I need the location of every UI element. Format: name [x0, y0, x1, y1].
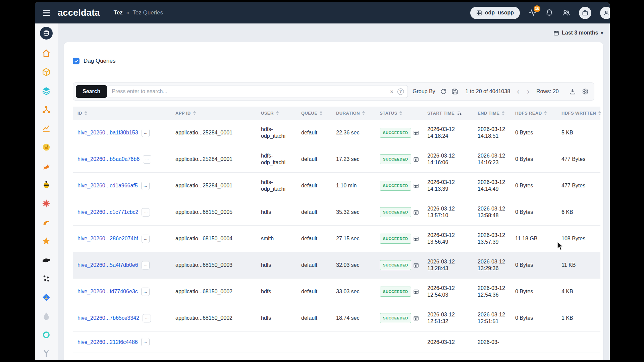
column-header-queue[interactable]: QUEUE	[297, 107, 331, 120]
table-row[interactable]: hive_20260...212f6c4486 ... 2026-03-12 2…	[73, 331, 600, 353]
column-header-hdfs-written[interactable]: HDFS WRITTEN	[557, 107, 600, 120]
column-header-app-id[interactable]: APP ID	[171, 107, 256, 120]
column-header-user[interactable]: USER	[256, 107, 297, 120]
row-more-button[interactable]: ...	[142, 129, 150, 137]
workspace-button[interactable]	[579, 7, 591, 19]
sidebar-item-analytics[interactable]	[41, 123, 51, 133]
table-row[interactable]: hive_20260...c1c771cbc2 ... applicatio..…	[73, 199, 600, 226]
table-row[interactable]: hive_20260...fd77406e3c ... applicatio..…	[73, 279, 600, 305]
search-help-icon[interactable]: ?	[397, 88, 404, 95]
queue-cell: default	[297, 305, 331, 331]
sort-icon[interactable]	[399, 111, 402, 115]
search-input[interactable]	[107, 85, 408, 98]
query-id-link[interactable]: hive_20260...286e2074bf	[77, 235, 138, 242]
sidebar-item-droplet[interactable]	[41, 311, 51, 321]
table-row[interactable]: hive_20260...cd1a966af5 ... applicatio..…	[73, 173, 600, 199]
group-by-label[interactable]: Group By	[413, 88, 435, 95]
table-row[interactable]: hive_20260...7b65ce3342 ... applicatio..…	[73, 305, 600, 331]
time-range-selector[interactable]: Last 3 months	[562, 30, 598, 36]
column-header-id[interactable]: ID	[73, 107, 171, 120]
queue-cell: default	[297, 199, 331, 226]
sidebar-item-orca[interactable]	[41, 255, 51, 265]
row-more-button[interactable]: ...	[141, 182, 150, 190]
clear-search-icon[interactable]: ×	[390, 89, 393, 95]
hamburger-menu-icon[interactable]	[43, 10, 50, 16]
sort-icon[interactable]	[193, 111, 196, 115]
sidebar-item-oozie[interactable]	[41, 274, 51, 284]
sort-icon[interactable]	[276, 111, 279, 115]
rows-per-page[interactable]: Rows: 20	[536, 88, 559, 95]
sort-icon[interactable]	[544, 111, 547, 115]
row-more-button[interactable]: ...	[143, 314, 151, 322]
sidebar-item-packages[interactable]	[41, 67, 51, 77]
sort-desc-active-icon[interactable]	[457, 111, 462, 116]
notifications-button[interactable]	[545, 9, 553, 17]
status-detail-icon[interactable]	[413, 236, 419, 242]
chevron-down-icon[interactable]: ▾	[601, 31, 603, 36]
status-detail-icon[interactable]	[413, 262, 419, 268]
sort-icon[interactable]	[85, 111, 87, 115]
table-row[interactable]: hive_20260...ba1f30b153 ... applicatio..…	[73, 120, 600, 146]
activity-button[interactable]: 38	[529, 9, 537, 17]
prev-page-button[interactable]: ‹	[516, 87, 520, 96]
query-id-link[interactable]: hive_20260...ba1f30b153	[77, 129, 138, 136]
column-header-start-time[interactable]: START TIME	[423, 107, 473, 120]
table-row[interactable]: hive_20260...5a4f7db0e6 ... applicatio..…	[73, 252, 600, 279]
breadcrumb-section[interactable]: Tez	[114, 9, 123, 16]
row-more-button[interactable]: ...	[141, 288, 150, 296]
sidebar-item-home[interactable]	[41, 48, 51, 58]
query-id-link[interactable]: hive_20260...5a4f7db0e6	[77, 262, 138, 268]
sidebar-item-flume[interactable]	[41, 161, 51, 171]
table-row[interactable]: hive_20260...286e2074bf ... applicatio..…	[73, 226, 600, 252]
sidebar-item-storm[interactable]	[41, 236, 51, 246]
dag-queries-checkbox[interactable]	[73, 58, 79, 64]
hdfs-read-cell	[511, 331, 557, 353]
status-detail-icon[interactable]	[413, 209, 419, 215]
sort-icon[interactable]	[502, 111, 504, 115]
search-input-icons: × ?	[390, 88, 404, 95]
column-header-duration[interactable]: DURATION	[331, 107, 375, 120]
column-header-end-time[interactable]: END TIME	[473, 107, 511, 120]
status-detail-icon[interactable]	[413, 183, 419, 189]
sort-icon[interactable]	[598, 111, 601, 115]
query-id-link[interactable]: hive_20260...fd77406e3c	[77, 288, 138, 295]
users-button[interactable]	[562, 9, 570, 17]
user-avatar[interactable]	[600, 7, 610, 19]
table-row[interactable]: hive_20260...b5aa0a76b6 ... applicatio..…	[73, 146, 600, 173]
row-more-button[interactable]: ...	[142, 261, 150, 269]
row-more-button[interactable]: ...	[143, 155, 151, 164]
sidebar-item-cluster[interactable]	[41, 105, 51, 115]
sidebar-item-zeppelin[interactable]: Z	[41, 292, 51, 302]
row-more-button[interactable]: ...	[141, 338, 150, 346]
refresh-icon[interactable]	[440, 88, 447, 95]
cluster-selector-button[interactable]: odp_usopp	[470, 7, 520, 19]
sidebar-item-data-platform[interactable]	[40, 27, 53, 40]
save-view-icon[interactable]	[451, 88, 458, 95]
query-id-link[interactable]: hive_20260...b5aa0a76b6	[77, 156, 140, 163]
sidebar-item-impala[interactable]	[41, 198, 51, 208]
query-id-link[interactable]: hive_20260...cd1a966af5	[77, 182, 138, 189]
sidebar-item-yarn[interactable]	[41, 349, 51, 359]
sidebar-item-spark[interactable]	[41, 217, 51, 227]
sort-icon[interactable]	[362, 111, 365, 115]
sidebar-item-pig[interactable]	[41, 142, 51, 152]
sidebar-item-nifi[interactable]	[41, 330, 51, 340]
sidebar-item-layers[interactable]	[41, 86, 51, 96]
status-detail-icon[interactable]	[413, 157, 419, 162]
search-button[interactable]: Search	[76, 85, 107, 98]
sidebar-item-hive[interactable]	[41, 180, 51, 190]
sort-icon[interactable]	[320, 111, 322, 115]
column-header-hdfs-read[interactable]: HDFS READ	[511, 107, 557, 120]
status-detail-icon[interactable]	[413, 289, 419, 295]
query-id-link[interactable]: hive_20260...7b65ce3342	[77, 315, 139, 321]
column-header-status[interactable]: STATUS	[375, 107, 423, 120]
query-id-link[interactable]: hive_20260...212f6c4486	[77, 339, 138, 346]
settings-gear-icon[interactable]	[582, 88, 589, 95]
download-icon[interactable]	[569, 88, 576, 95]
row-more-button[interactable]: ...	[142, 235, 150, 243]
next-page-button[interactable]: ›	[526, 87, 530, 96]
status-detail-icon[interactable]	[413, 315, 419, 321]
row-more-button[interactable]: ...	[142, 208, 150, 217]
status-detail-icon[interactable]	[413, 130, 419, 136]
query-id-link[interactable]: hive_20260...c1c771cbc2	[77, 209, 138, 216]
